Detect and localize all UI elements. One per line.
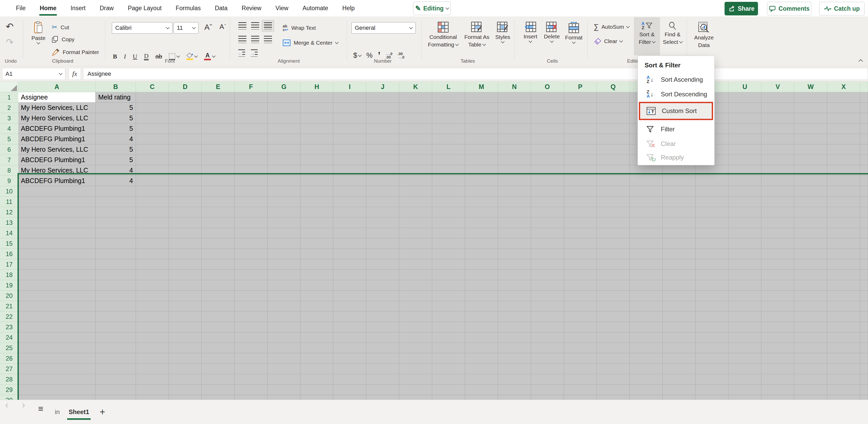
cell-C5[interactable] (136, 134, 169, 144)
cell-B28[interactable] (96, 374, 136, 385)
cell-T10[interactable] (695, 186, 728, 197)
cell-A12[interactable] (18, 207, 96, 218)
cell-D17[interactable] (169, 259, 202, 270)
cell-H24[interactable] (301, 332, 333, 343)
cell-N6[interactable] (498, 144, 531, 155)
cell-B19[interactable] (96, 280, 136, 291)
cell-G23[interactable] (268, 322, 301, 332)
cell-G10[interactable] (268, 186, 301, 197)
column-header-A[interactable]: A (18, 82, 96, 92)
menu-item-draw[interactable]: Draw (93, 0, 121, 17)
cell-V16[interactable] (762, 249, 794, 259)
cell-J13[interactable] (366, 218, 399, 228)
cell-W7[interactable] (794, 155, 827, 165)
increase-indent-button[interactable]: → (251, 50, 258, 57)
wrap-text-button[interactable]: abc↩ Wrap Text (283, 24, 316, 32)
cell-S21[interactable] (663, 301, 695, 312)
cell-P12[interactable] (564, 207, 597, 218)
cell-E20[interactable] (202, 291, 235, 301)
clear-button[interactable]: Clear (594, 37, 622, 45)
cell-P29[interactable] (564, 385, 597, 395)
cell-Q2[interactable] (597, 103, 630, 113)
cell-D1[interactable] (169, 92, 202, 103)
cell-K19[interactable] (399, 280, 432, 291)
cell-T16[interactable] (695, 249, 728, 259)
cell-B13[interactable] (96, 218, 136, 228)
cell-A23[interactable] (18, 322, 96, 332)
cell-X18[interactable] (827, 270, 860, 280)
cell-K30[interactable] (399, 395, 432, 400)
cell-Q20[interactable] (597, 291, 630, 301)
number-format-select[interactable]: General (351, 22, 416, 34)
cell-V29[interactable] (762, 385, 794, 395)
column-header-H[interactable]: H (301, 82, 333, 92)
cell-G16[interactable] (268, 249, 301, 259)
cell-T25[interactable] (695, 343, 728, 353)
cell-K7[interactable] (399, 155, 432, 165)
cell-Q9[interactable] (597, 176, 630, 186)
cell-R27[interactable] (630, 364, 663, 374)
cell-L9[interactable] (432, 176, 465, 186)
cell-B10[interactable] (96, 186, 136, 197)
row-header-22[interactable]: 22 (0, 312, 18, 322)
cell-O12[interactable] (531, 207, 564, 218)
cell-X29[interactable] (827, 385, 860, 395)
cell-O29[interactable] (531, 385, 564, 395)
cell-K2[interactable] (399, 103, 432, 113)
cell-U17[interactable] (728, 259, 762, 270)
cell-L11[interactable] (432, 197, 465, 207)
cell-J21[interactable] (366, 301, 399, 312)
cell-A15[interactable] (18, 238, 96, 249)
cell-C9[interactable] (136, 176, 169, 186)
cell-L24[interactable] (432, 332, 465, 343)
cell-P26[interactable] (564, 353, 597, 364)
cell-N28[interactable] (498, 374, 531, 385)
cell-R17[interactable] (630, 259, 663, 270)
cell-M28[interactable] (465, 374, 498, 385)
cell-E18[interactable] (202, 270, 235, 280)
cell-I13[interactable] (333, 218, 366, 228)
cell-G1[interactable] (268, 92, 301, 103)
cell-Q19[interactable] (597, 280, 630, 291)
cell-B16[interactable] (96, 249, 136, 259)
cell-N23[interactable] (498, 322, 531, 332)
cell-D19[interactable] (169, 280, 202, 291)
cell-Q5[interactable] (597, 134, 630, 144)
cell-F29[interactable] (235, 385, 268, 395)
decrease-decimal-button[interactable]: .00→.0 (398, 52, 404, 59)
select-all-corner[interactable] (0, 82, 18, 92)
cell-I24[interactable] (333, 332, 366, 343)
cell-I10[interactable] (333, 186, 366, 197)
cell-D20[interactable] (169, 291, 202, 301)
cell-F12[interactable] (235, 207, 268, 218)
cell-U25[interactable] (728, 343, 762, 353)
cell-T18[interactable] (695, 270, 728, 280)
column-header-Q[interactable]: Q (597, 82, 630, 92)
cell-P6[interactable] (564, 144, 597, 155)
cell-E11[interactable] (202, 197, 235, 207)
cell-B23[interactable] (96, 322, 136, 332)
cell-J7[interactable] (366, 155, 399, 165)
cell-H26[interactable] (301, 353, 333, 364)
cell-P14[interactable] (564, 228, 597, 238)
cell-J20[interactable] (366, 291, 399, 301)
cell-A20[interactable] (18, 291, 96, 301)
cell-K27[interactable] (399, 364, 432, 374)
cell-K1[interactable] (399, 92, 432, 103)
cell-M20[interactable] (465, 291, 498, 301)
cell-D7[interactable] (169, 155, 202, 165)
cell-M7[interactable] (465, 155, 498, 165)
cell-Q13[interactable] (597, 218, 630, 228)
cell-O20[interactable] (531, 291, 564, 301)
cell-W24[interactable] (794, 332, 827, 343)
cell-L4[interactable] (432, 124, 465, 134)
format-cells-button[interactable]: Format (563, 22, 585, 43)
cell-F21[interactable] (235, 301, 268, 312)
cell-I22[interactable] (333, 312, 366, 322)
cell-B1[interactable]: Meld rating (96, 92, 136, 103)
cell-R19[interactable] (630, 280, 663, 291)
cell-F25[interactable] (235, 343, 268, 353)
cell-B18[interactable] (96, 270, 136, 280)
cell-E25[interactable] (202, 343, 235, 353)
cell-F23[interactable] (235, 322, 268, 332)
